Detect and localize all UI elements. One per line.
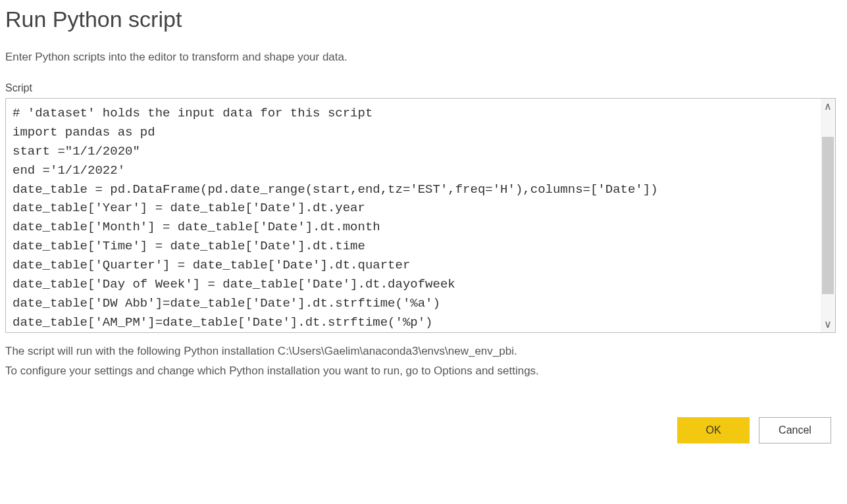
script-editor[interactable] (6, 99, 821, 332)
cancel-button[interactable]: Cancel (759, 417, 831, 443)
dialog-subtitle: Enter Python scripts into the editor to … (5, 51, 842, 64)
scroll-up-icon[interactable]: ∧ (824, 101, 832, 112)
dialog-title: Run Python script (5, 7, 842, 32)
ok-button[interactable]: OK (677, 417, 750, 443)
python-config-info: To configure your settings and change wh… (5, 365, 842, 378)
script-label: Script (5, 82, 842, 94)
python-install-info: The script will run with the following P… (5, 345, 842, 358)
scrollbar-vertical[interactable]: ∧ ∨ (821, 99, 835, 332)
script-editor-container: ∧ ∨ (5, 98, 836, 333)
scroll-down-icon[interactable]: ∨ (824, 319, 832, 330)
scroll-thumb[interactable] (822, 137, 834, 294)
dialog-button-row: OK Cancel (5, 417, 842, 443)
